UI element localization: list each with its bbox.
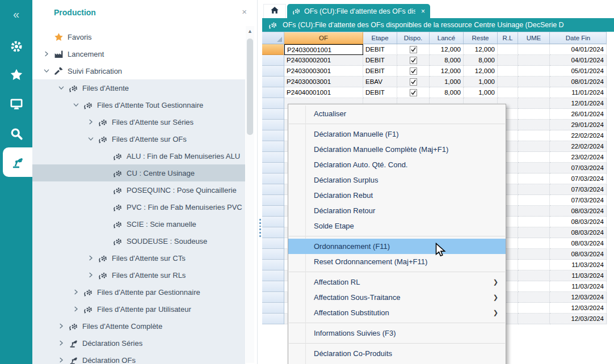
expander-closed-icon[interactable]	[55, 338, 68, 348]
cell-rl[interactable]	[498, 66, 518, 77]
expander-closed-icon[interactable]	[85, 270, 97, 280]
menu-item-d-claration-auto-qt-cond[interactable]: Déclaration Auto. Qté. Cond.	[288, 157, 506, 172]
expander-closed-icon[interactable]	[40, 49, 53, 58]
row-header-cell[interactable]	[262, 227, 284, 238]
tree-item[interactable]: Files d'Attente Complète	[32, 318, 245, 335]
cell-lanc[interactable]: 8,000	[430, 87, 464, 98]
cell-of[interactable]: P24030002001	[284, 55, 363, 66]
column-header-reste[interactable]: Reste	[464, 32, 498, 44]
dispo-checkbox-checked[interactable]	[410, 67, 417, 75]
menu-item-informations-suivies-f3[interactable]: Informations Suivies (F3)	[288, 325, 506, 341]
menu-item-actualiser[interactable]: Actualiser	[288, 106, 506, 121]
cell-of[interactable]: P24030003001	[284, 77, 363, 87]
cell-reste[interactable]: 12,000	[464, 44, 498, 55]
menu-item-d-claration-rebut[interactable]: Déclaration Rebut	[288, 188, 506, 203]
tree-item[interactable]: Files d'Attente sur RLs	[32, 266, 245, 283]
menu-item-d-claration-surplus[interactable]: Déclaration Surplus	[288, 172, 506, 188]
cell-dispo[interactable]	[397, 66, 430, 77]
cell-ume[interactable]	[518, 98, 550, 109]
cell-datefin[interactable]: 12/03/2024	[550, 292, 607, 303]
cell-dispo[interactable]	[397, 87, 430, 98]
cell-datefin[interactable]: 04/01/2024	[550, 44, 607, 55]
menu-item-d-claration-manuelle-f1[interactable]: Déclaration Manuelle (F1)	[288, 126, 506, 142]
menu-item-reset-ordonnancement-maj-f11[interactable]: Reset Ordonnancement (Maj+F11)	[288, 254, 506, 269]
row-header-cell[interactable]	[262, 109, 284, 120]
expander-open-icon[interactable]	[85, 134, 97, 143]
tree-item[interactable]: Lancement	[32, 45, 245, 62]
row-header-cell[interactable]	[262, 141, 284, 152]
tree-item[interactable]: Suivi Fabrication	[32, 62, 245, 79]
cell-datefin[interactable]: 08/03/2024	[550, 227, 607, 238]
menu-item-affectation-rl[interactable]: Affectation RL❯	[288, 274, 506, 290]
tab-close-icon[interactable]: ×	[421, 7, 425, 15]
tree-item[interactable]: Files d'Attente	[32, 79, 245, 96]
cell-lanc[interactable]: 12,000	[430, 44, 464, 55]
grid-corner-cell[interactable]	[262, 32, 284, 44]
cell-datefin[interactable]: 08/03/2024	[550, 249, 607, 260]
cell-of[interactable]: P24040001001	[284, 87, 363, 98]
tree-item[interactable]: Files d'Attente par Utilisateur	[32, 300, 245, 318]
tree-item[interactable]: SOUDEUSE : Soudeuse	[32, 232, 245, 249]
cell-ume[interactable]	[518, 109, 550, 120]
cell-ume[interactable]	[518, 77, 550, 87]
cell-ume[interactable]	[518, 292, 550, 303]
menu-item-d-claration-manuelle-compl-te-maj-f1[interactable]: Déclaration Manuelle Complète (Maj+F1)	[288, 142, 506, 157]
cell-ume[interactable]	[518, 66, 550, 77]
row-header-cell[interactable]	[262, 260, 284, 270]
cell-dispo[interactable]	[397, 44, 430, 55]
cell-datefin[interactable]: 04/01/2024	[550, 55, 607, 66]
cell-datefin[interactable]: 12/03/2024	[550, 303, 607, 314]
menu-item-solde-etape[interactable]: Solde Etape	[288, 218, 506, 234]
cell-ume[interactable]	[518, 130, 550, 141]
tree-item[interactable]: Files d'Attente sur CTs	[32, 249, 245, 266]
expander-closed-icon[interactable]	[70, 304, 82, 314]
cell-rl[interactable]	[498, 77, 518, 87]
sidebar-search-button[interactable]	[0, 120, 32, 147]
row-header-cell[interactable]	[262, 238, 284, 249]
expander-closed-icon[interactable]	[55, 355, 68, 364]
tree-item[interactable]: POSEQUINC : Pose Quincaillerie	[32, 181, 245, 198]
cell-datefin[interactable]: 22/02/2024	[550, 141, 607, 152]
expander-closed-icon[interactable]	[85, 253, 97, 263]
tree-item[interactable]: Files d'Attente sur Séries	[32, 113, 245, 130]
cell-ume[interactable]	[518, 217, 550, 227]
cell-datefin[interactable]: 08/03/2024	[550, 238, 607, 249]
expander-open-icon[interactable]	[40, 66, 53, 75]
expander-closed-icon[interactable]	[70, 287, 82, 297]
cell-datefin[interactable]: 07/03/2024	[550, 195, 607, 206]
cell-etape[interactable]: DEBIT	[363, 87, 397, 98]
menu-item-d-claration-co-produits[interactable]: Déclaration Co-Produits	[288, 346, 506, 361]
cell-datefin[interactable]: 08/03/2024	[550, 206, 607, 217]
row-header-cell[interactable]	[262, 184, 284, 195]
row-header-cell[interactable]	[262, 66, 284, 77]
cell-ume[interactable]	[518, 87, 550, 98]
sidebar-monitor-button[interactable]	[0, 91, 32, 118]
cell-of[interactable]: P24030001001	[284, 44, 363, 55]
tab-home[interactable]	[263, 4, 286, 18]
cell-datefin[interactable]: 08/01/2024	[550, 77, 607, 87]
cell-datefin[interactable]: 22/02/2024	[550, 130, 607, 141]
tab-ofs-queue[interactable]: OFs (CU):File d'attente des OFs disponib…	[287, 4, 430, 18]
cell-etape[interactable]: EBAV	[363, 77, 397, 87]
tree-item[interactable]: Déclaration Séries	[32, 335, 245, 352]
cell-etape[interactable]: DEBIT	[363, 55, 397, 66]
tree-item[interactable]: Files d'Attente sur OFs	[32, 130, 245, 147]
cell-datefin[interactable]: 11/01/2024	[550, 87, 607, 98]
cell-ume[interactable]	[518, 314, 550, 324]
row-header-cell[interactable]	[262, 303, 284, 314]
row-header-cell[interactable]	[262, 77, 284, 87]
cell-datefin[interactable]: 11/03/2024	[550, 281, 607, 292]
cell-datefin[interactable]: 29/01/2024	[550, 120, 607, 130]
cell-lanc[interactable]: 1,000	[430, 77, 464, 87]
sidebar-robot-button[interactable]	[3, 147, 32, 177]
cell-datefin[interactable]: 07/03/2024	[550, 184, 607, 195]
cell-datefin[interactable]: 07/03/2024	[550, 163, 607, 173]
tree-item[interactable]: CU : Centre Usinage	[32, 164, 245, 181]
cell-reste[interactable]: 8,000	[464, 55, 498, 66]
row-header-cell[interactable]	[262, 152, 284, 163]
tree-item[interactable]: Files d'Attente Tout Gestionnaire	[32, 96, 245, 113]
expander-open-icon[interactable]	[70, 100, 82, 109]
cell-ume[interactable]	[518, 227, 550, 238]
row-header-cell[interactable]	[262, 44, 284, 55]
cell-datefin[interactable]: 23/02/2024	[550, 152, 607, 163]
